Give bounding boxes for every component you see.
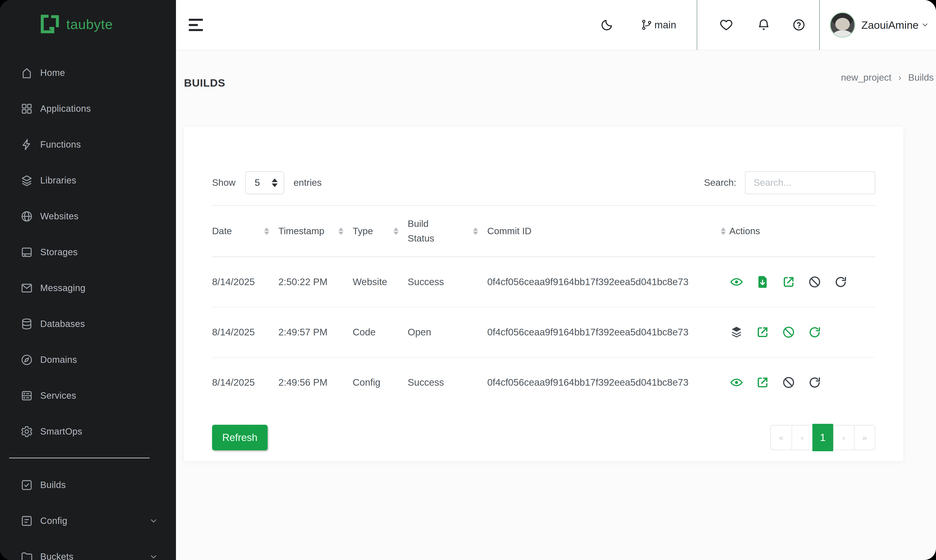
favorites-heart-icon[interactable] <box>719 18 733 32</box>
breadcrumb-current[interactable]: Builds <box>908 72 934 83</box>
pagination-first-button[interactable]: « <box>771 425 791 450</box>
database-icon <box>20 317 33 331</box>
help-question-icon[interactable] <box>792 18 806 32</box>
sidebar-nav: Home Applications Functions Libraries We… <box>0 55 176 449</box>
ban-icon[interactable] <box>782 375 796 389</box>
main-column: main ZaouiAmine BUILDS <box>176 0 936 560</box>
sidebar-item-functions[interactable]: Functions <box>0 126 176 162</box>
sidebar-item-label: Domains <box>40 355 77 365</box>
table-row: 8/14/2025 2:49:56 PM Config Success 0f4c… <box>212 357 875 408</box>
sidebar-project-nav: Builds Config Buckets <box>0 467 176 560</box>
config-icon <box>20 514 33 528</box>
globe-icon <box>20 210 33 223</box>
hamburger-menu-button[interactable] <box>189 19 203 31</box>
sidebar-item-buckets[interactable]: Buckets <box>0 539 176 560</box>
redo-icon[interactable] <box>808 375 822 389</box>
page-size-select[interactable]: 5 <box>245 171 284 194</box>
external-link-icon[interactable] <box>756 325 770 339</box>
sidebar-item-config[interactable]: Config <box>0 503 176 539</box>
eye-icon[interactable] <box>730 275 744 289</box>
pagination-page-1-button[interactable]: 1 <box>812 424 833 451</box>
builds-table: Date Timestamp Type Build Status Commit … <box>212 206 875 408</box>
redo-icon[interactable] <box>834 275 848 289</box>
page-size-value: 5 <box>255 177 272 188</box>
builds-card: Show 5 entries Search: <box>184 126 903 461</box>
row-actions <box>730 375 875 389</box>
external-link-icon[interactable] <box>782 275 796 289</box>
sort-icon <box>394 228 399 235</box>
sidebar-item-smartops[interactable]: SmartOps <box>0 414 176 449</box>
column-header-commit-id[interactable]: Commit ID <box>487 206 729 257</box>
sidebar-item-libraries[interactable]: Libraries <box>0 162 176 198</box>
storage-icon <box>20 246 33 259</box>
server-icon <box>20 389 33 402</box>
sidebar-item-label: Applications <box>40 103 91 114</box>
pagination-next-button[interactable]: › <box>833 425 854 450</box>
sidebar-item-home[interactable]: Home <box>0 55 176 91</box>
column-header-timestamp[interactable]: Timestamp <box>278 206 353 257</box>
redo-icon[interactable] <box>808 325 822 339</box>
ban-icon[interactable] <box>782 325 796 339</box>
sidebar-item-messaging[interactable]: Messaging <box>0 270 176 306</box>
sidebar-item-websites[interactable]: Websites <box>0 198 176 234</box>
layers-icon[interactable] <box>730 325 744 339</box>
user-menu[interactable]: ZaouiAmine <box>830 0 929 50</box>
cell-type: Config <box>353 357 408 408</box>
table-row: 8/14/2025 2:50:22 PM Website Success 0f4… <box>212 257 875 307</box>
cell-type: Website <box>353 257 408 307</box>
breadcrumb-project[interactable]: new_project <box>841 72 891 83</box>
file-download-icon[interactable] <box>756 275 770 289</box>
breadcrumb: new_project › Builds <box>841 72 934 83</box>
cell-date: 8/14/2025 <box>212 257 278 307</box>
avatar <box>830 12 855 38</box>
cell-date: 8/14/2025 <box>212 357 278 408</box>
column-header-actions: Actions <box>730 206 875 257</box>
sort-icon <box>264 228 269 235</box>
cell-type: Code <box>353 307 408 357</box>
sidebar-item-storages[interactable]: Storages <box>0 234 176 270</box>
cell-build-status: Success <box>408 257 487 307</box>
column-header-build-status[interactable]: Build Status <box>408 206 487 257</box>
sidebar-item-services[interactable]: Services <box>0 378 176 414</box>
cell-timestamp: 2:49:56 PM <box>278 357 353 408</box>
eye-icon[interactable] <box>730 375 744 389</box>
cell-date: 8/14/2025 <box>212 307 278 357</box>
pagination: « ‹ 1 › » <box>770 425 875 450</box>
cell-commit-id: 0f4cf056ceaa9f9164bb17f392eea5d041bc8e73 <box>487 257 729 307</box>
checkbox-icon <box>20 478 33 492</box>
page-title: BUILDS <box>184 77 225 89</box>
git-branch-icon <box>640 18 653 31</box>
branch-name: main <box>654 19 676 31</box>
username: ZaouiAmine <box>861 19 919 31</box>
cell-commit-id: 0f4cf056ceaa9f9164bb17f392eea5d041bc8e73 <box>487 357 729 408</box>
taubyte-logo[interactable]: taubyte <box>0 0 176 35</box>
compass-icon <box>20 353 33 366</box>
notifications-bell-icon[interactable] <box>757 18 771 32</box>
search-input[interactable] <box>745 171 875 194</box>
topbar-divider <box>819 0 820 50</box>
sidebar-item-label: Functions <box>40 139 81 150</box>
taubyte-logo-icon <box>39 13 60 35</box>
select-updown-icon <box>272 178 278 187</box>
column-header-type[interactable]: Type <box>353 206 408 257</box>
grid-icon <box>20 102 33 115</box>
sidebar-item-label: Storages <box>40 247 78 257</box>
cell-build-status: Open <box>408 307 487 357</box>
sidebar-item-label: SmartOps <box>40 426 82 437</box>
dark-mode-moon-icon[interactable] <box>600 18 614 32</box>
sidebar-item-applications[interactable]: Applications <box>0 91 176 126</box>
gear-icon <box>20 425 33 438</box>
sidebar-item-label: Databases <box>40 319 85 329</box>
sidebar-item-databases[interactable]: Databases <box>0 306 176 342</box>
ban-icon[interactable] <box>808 275 822 289</box>
pagination-last-button[interactable]: » <box>854 425 875 450</box>
refresh-button[interactable]: Refresh <box>212 425 268 450</box>
cell-commit-id: 0f4cf056ceaa9f9164bb17f392eea5d041bc8e73 <box>487 307 729 357</box>
sidebar-item-builds[interactable]: Builds <box>0 467 176 503</box>
git-branch-selector[interactable]: main <box>640 18 676 31</box>
sidebar-item-domains[interactable]: Domains <box>0 342 176 378</box>
column-header-date[interactable]: Date <box>212 206 278 257</box>
pagination-prev-button[interactable]: ‹ <box>791 425 812 450</box>
sort-icon <box>339 228 343 235</box>
external-link-icon[interactable] <box>756 375 770 389</box>
